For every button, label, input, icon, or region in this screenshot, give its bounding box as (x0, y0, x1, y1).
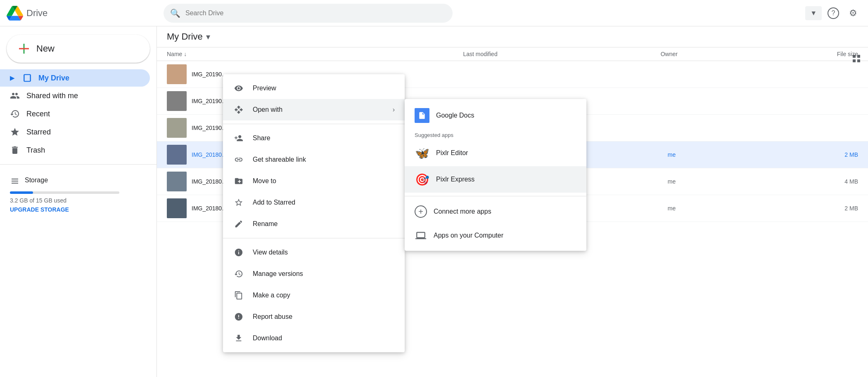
upgrade-storage-link[interactable]: UPGRADE STORAGE (10, 206, 147, 213)
starred-icon (10, 127, 20, 137)
context-menu: Preview Open with › Google Docs Suggeste… (223, 74, 405, 352)
submenu-computer-apps[interactable]: Apps on your Computer (405, 224, 586, 247)
help-icon: ? (828, 7, 839, 19)
new-button[interactable]: New (7, 35, 150, 63)
make-copy-label: Make a copy (253, 292, 395, 299)
main-header: My Drive ▾ (157, 26, 868, 47)
trash-icon (10, 145, 20, 155)
drive-logo-icon (7, 5, 23, 21)
context-menu-view-details[interactable]: View details (223, 242, 405, 263)
rename-label: Rename (253, 220, 395, 228)
file-owner: me (668, 205, 763, 212)
open-with-icon (233, 104, 244, 115)
col-header-size: File size (759, 51, 858, 57)
col-header-modified: Last modified (463, 51, 660, 57)
settings-button[interactable]: ⚙ (845, 5, 861, 21)
rename-icon (233, 218, 244, 230)
open-with-submenu: Google Docs Suggested apps 🦋 Pixlr Edito… (405, 99, 586, 251)
context-menu-rename[interactable]: Rename (223, 213, 405, 235)
storage-used-text: 3.2 GB of 15 GB used (10, 197, 147, 204)
sidebar: New ▶ My Drive Shared with me Recent (0, 26, 157, 377)
search-input[interactable] (185, 9, 446, 17)
chevron-down-icon: ▼ (810, 9, 817, 17)
context-menu-open-with[interactable]: Open with › Google Docs Suggested apps 🦋… (223, 99, 405, 120)
sidebar-recent-label: Recent (26, 110, 50, 118)
preview-icon (233, 82, 244, 94)
file-thumb (167, 91, 187, 111)
context-menu-starred[interactable]: Add to Starred (223, 192, 405, 213)
file-size: 2 MB (763, 205, 858, 212)
sidebar-item-shared[interactable]: Shared with me (0, 87, 150, 105)
breadcrumb-title-text: My Drive (167, 31, 203, 42)
file-size: 4 MB (763, 178, 858, 185)
shared-icon (10, 91, 20, 101)
view-details-label: View details (253, 249, 395, 256)
move-to-icon (233, 175, 244, 187)
sidebar-item-starred[interactable]: Starred (0, 123, 150, 141)
download-label: Download (253, 335, 395, 342)
storage-bar (10, 191, 119, 194)
breadcrumb[interactable]: My Drive ▾ (167, 31, 210, 42)
submenu-google-docs[interactable]: Google Docs (405, 102, 586, 129)
context-menu-make-copy[interactable]: Make a copy (223, 285, 405, 306)
file-thumb (167, 118, 187, 138)
connect-apps-label: Connect more apps (434, 208, 491, 215)
storage-section: Storage 3.2 GB of 15 GB used UPGRADE STO… (0, 170, 157, 219)
starred-label: Add to Starred (253, 199, 395, 206)
file-owner: me (668, 151, 763, 158)
context-menu-preview[interactable]: Preview (223, 78, 405, 99)
sidebar-item-trash[interactable]: Trash (0, 141, 150, 159)
pixlr-express-icon: 🎯 (415, 172, 429, 187)
file-thumb (167, 198, 187, 218)
computer-apps-icon (415, 229, 427, 242)
connect-apps-icon: + (415, 205, 427, 218)
header-right: ▼ ? ⚙ (805, 5, 861, 21)
sidebar-item-my-drive[interactable]: ▶ My Drive (0, 69, 150, 87)
sort-dropdown[interactable]: ▼ (805, 6, 822, 20)
file-thumb (167, 64, 187, 84)
submenu-divider (405, 196, 586, 196)
settings-icon: ⚙ (849, 8, 857, 19)
file-thumb (167, 172, 187, 191)
col-header-name[interactable]: Name ↓ (167, 51, 463, 57)
sidebar-trash-label: Trash (26, 146, 45, 155)
context-menu-download[interactable]: Download (223, 328, 405, 349)
context-menu-report-abuse[interactable]: Report abuse (223, 306, 405, 328)
pixlr-editor-icon: 🦋 (415, 146, 429, 160)
col-header-owner: Owner (661, 51, 759, 57)
submenu-pixlr-editor[interactable]: 🦋 Pixlr Editor (405, 140, 586, 166)
sidebar-item-recent[interactable]: Recent (0, 105, 150, 123)
storage-icon (10, 176, 20, 187)
report-abuse-label: Report abuse (253, 313, 395, 320)
storage-label: Storage (25, 177, 48, 184)
logo-area: Drive (7, 5, 164, 21)
help-button[interactable]: ? (825, 5, 842, 21)
manage-versions-icon (233, 268, 244, 280)
grid-view-button[interactable] (851, 54, 861, 66)
header: Drive 🔍 ▼ ? ⚙ (0, 0, 868, 26)
expand-chevron-icon: ▶ (10, 75, 14, 81)
logo-text: Drive (26, 8, 47, 19)
share-label: Share (253, 134, 395, 142)
file-thumb (167, 145, 187, 165)
sort-icon: ↓ (184, 51, 187, 57)
file-size: 2 MB (763, 151, 858, 158)
context-menu-move-to[interactable]: Move to (223, 170, 405, 192)
submenu-connect-apps[interactable]: + Connect more apps (405, 200, 586, 224)
submenu-pixlr-express[interactable]: 🎯 Pixlr Express (405, 166, 586, 193)
breadcrumb-chevron-icon: ▾ (206, 32, 210, 42)
add-star-icon (233, 197, 244, 208)
context-menu-share[interactable]: Share (223, 127, 405, 149)
sidebar-my-drive-label: My Drive (38, 74, 69, 82)
pixlr-editor-label: Pixlr Editor (436, 149, 468, 157)
sidebar-shared-label: Shared with me (26, 92, 78, 100)
download-icon (233, 332, 244, 344)
context-menu-manage-versions[interactable]: Manage versions (223, 263, 405, 285)
context-menu-get-link[interactable]: Get shareable link (223, 149, 405, 170)
search-icon: 🔍 (170, 8, 180, 18)
menu-divider-1 (223, 124, 405, 124)
search-bar[interactable]: 🔍 (164, 4, 453, 23)
move-to-label: Move to (253, 177, 395, 185)
google-docs-icon (415, 108, 429, 123)
report-icon (233, 311, 244, 323)
